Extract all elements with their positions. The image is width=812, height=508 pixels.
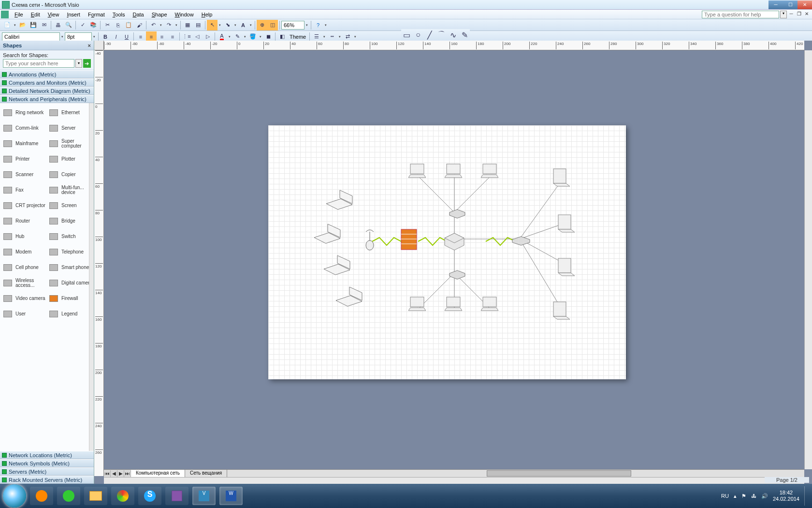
- taskbar-skype[interactable]: S: [138, 487, 161, 505]
- connector-dropdown[interactable]: ▾: [233, 23, 238, 27]
- vertical-ruler[interactable]: -40-200204060801001201401601802002202402…: [94, 50, 104, 476]
- shape-item[interactable]: Plotter: [47, 151, 93, 167]
- shape-item[interactable]: Switch: [47, 229, 93, 244]
- menu-format[interactable]: Format: [84, 11, 109, 18]
- search-dropdown[interactable]: ▾: [75, 59, 82, 68]
- redo-dropdown[interactable]: ▾: [174, 23, 179, 27]
- pointer-dropdown[interactable]: ▾: [218, 23, 222, 27]
- help-search-input[interactable]: [702, 11, 779, 18]
- font-dropdown[interactable]: ▾: [60, 35, 65, 39]
- line-tool[interactable]: ╱: [424, 30, 435, 40]
- undo-dropdown[interactable]: ▾: [159, 23, 163, 27]
- paste-button[interactable]: 📋: [123, 20, 134, 30]
- tab-next-button[interactable]: ▶: [117, 470, 124, 477]
- shape-search-input[interactable]: [3, 59, 74, 68]
- line-color-dropdown[interactable]: ▾: [243, 35, 247, 39]
- menu-data[interactable]: Data: [129, 11, 147, 18]
- tab-last-button[interactable]: ⏭: [124, 470, 131, 477]
- shape-item[interactable]: Comm-link: [1, 120, 47, 136]
- redo-button[interactable]: ↷: [163, 20, 174, 30]
- shape-item[interactable]: Hub: [1, 229, 47, 244]
- email-button[interactable]: ✉: [39, 20, 49, 30]
- horizontal-scrollbar[interactable]: [104, 477, 804, 484]
- shape-item[interactable]: Cell phone: [1, 260, 47, 275]
- shape-item[interactable]: Screen: [47, 198, 93, 213]
- close-button[interactable]: ✕: [798, 0, 812, 9]
- taskbar-word[interactable]: W: [219, 487, 243, 505]
- shape-item[interactable]: Video camera: [1, 291, 47, 306]
- ruler-corner[interactable]: [94, 41, 104, 50]
- viewport[interactable]: [104, 50, 804, 469]
- open-button[interactable]: 📂: [17, 20, 28, 30]
- rectangle-tool[interactable]: ▭: [401, 30, 412, 40]
- stencil-title[interactable]: Network Symbols (Metric): [0, 459, 94, 467]
- print-preview-button[interactable]: 🔍: [63, 20, 74, 30]
- copy-button[interactable]: ⎘: [113, 20, 123, 30]
- cut-button[interactable]: ✂: [102, 20, 113, 30]
- minimize-button[interactable]: ─: [768, 0, 783, 9]
- stencil-title[interactable]: Network and Peripherals (Metric): [0, 95, 94, 103]
- search-go-button[interactable]: ➔: [83, 59, 91, 68]
- stencil-title[interactable]: Network Locations (Metric): [0, 451, 94, 459]
- start-button[interactable]: [3, 484, 26, 508]
- shape-item[interactable]: Printer: [1, 151, 47, 167]
- shape-item[interactable]: Bridge: [47, 213, 93, 229]
- size-dropdown[interactable]: ▾: [92, 35, 97, 39]
- menu-window[interactable]: Window: [171, 11, 198, 18]
- text-tool-button[interactable]: A: [238, 20, 248, 30]
- menu-edit[interactable]: Edit: [27, 11, 44, 18]
- line-weight-dropdown[interactable]: ▾: [322, 35, 327, 39]
- pointer-tool-button[interactable]: ↖: [207, 20, 218, 30]
- taskbar-winrar[interactable]: [165, 487, 188, 505]
- line-ends-dropdown[interactable]: ▾: [353, 35, 358, 39]
- hscroll-thumb[interactable]: [487, 470, 631, 477]
- arc-tool[interactable]: ⌒: [436, 30, 447, 40]
- crop-tool-button[interactable]: ◫: [267, 20, 278, 30]
- tray-flag-icon[interactable]: ⚑: [741, 493, 746, 499]
- shape-item[interactable]: Modem: [1, 244, 47, 260]
- print-button[interactable]: 🖶: [53, 20, 63, 30]
- stencil-title[interactable]: Servers (Metric): [0, 467, 94, 476]
- connection-point-button[interactable]: ⊕: [257, 20, 267, 30]
- stencil-title[interactable]: Annotations (Metric): [0, 70, 94, 78]
- mdi-restore[interactable]: ❐: [796, 11, 802, 18]
- undo-button[interactable]: ↶: [148, 20, 159, 30]
- save-button[interactable]: 💾: [28, 20, 39, 30]
- maximize-button[interactable]: ☐: [783, 0, 798, 9]
- stencil-title[interactable]: Detailed Network Diagram (Metric): [0, 87, 94, 95]
- shape-item[interactable]: Super computer: [47, 136, 93, 151]
- font-size-input[interactable]: [65, 32, 92, 41]
- shape-item[interactable]: Wireless access...: [1, 275, 47, 291]
- shape-item[interactable]: Ethernet: [47, 105, 93, 120]
- help-options-dropdown[interactable]: ▾: [323, 23, 328, 27]
- font-name-input[interactable]: [2, 32, 60, 41]
- mdi-close[interactable]: ✕: [803, 11, 810, 18]
- text-dropdown[interactable]: ▾: [248, 23, 253, 27]
- visio-icon[interactable]: [1, 11, 9, 18]
- shape-item[interactable]: Scanner: [1, 167, 47, 182]
- horizontal-ruler[interactable]: -90-80-60-40-200204060801001201401601802…: [104, 41, 804, 50]
- fill-color-dropdown[interactable]: ▾: [258, 35, 263, 39]
- taskbar-mediaplayer[interactable]: [30, 487, 53, 505]
- spelling-button[interactable]: ✓: [77, 20, 88, 30]
- line-pattern-dropdown[interactable]: ▾: [337, 35, 342, 39]
- tab-prev-button[interactable]: ◀: [111, 470, 117, 477]
- shape-item[interactable]: Fax: [1, 182, 47, 198]
- font-color-dropdown[interactable]: ▾: [227, 35, 232, 39]
- shape-item[interactable]: Digital camera: [47, 275, 93, 291]
- page-tab-2[interactable]: Сеть вещания: [185, 470, 227, 477]
- drawing-page[interactable]: [268, 125, 626, 379]
- taskbar-utorrent[interactable]: [57, 487, 80, 505]
- shape-item[interactable]: Mainframe: [1, 136, 47, 151]
- menu-insert[interactable]: Insert: [63, 11, 84, 18]
- new-dropdown[interactable]: ▾: [13, 23, 17, 27]
- stencil-title[interactable]: Computers and Monitors (Metric): [0, 78, 94, 87]
- menu-view[interactable]: View: [44, 11, 63, 18]
- shapes-close-icon[interactable]: ×: [88, 43, 91, 48]
- tray-volume-icon[interactable]: 🔊: [761, 493, 768, 499]
- mdi-minimize[interactable]: ─: [788, 11, 795, 18]
- shape-item[interactable]: Copier: [47, 167, 93, 182]
- new-button[interactable]: 📄: [2, 20, 13, 30]
- shape-item[interactable]: Ring network: [1, 105, 47, 120]
- shape-item[interactable]: CRT projector: [1, 198, 47, 213]
